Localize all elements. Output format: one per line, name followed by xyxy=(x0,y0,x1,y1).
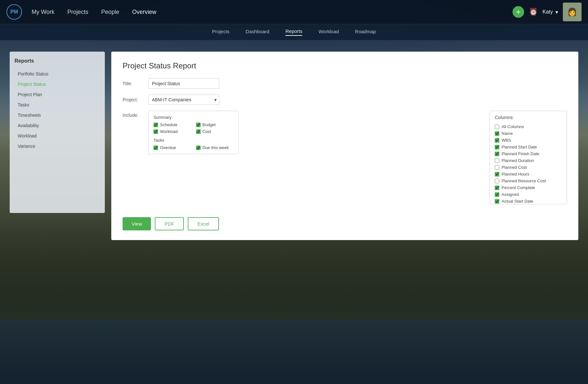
top-navigation: PM My Work Projects People Overview + ⏰ … xyxy=(0,0,588,24)
summary-schedule-checkbox[interactable] xyxy=(154,123,158,127)
col-planned-resource-cost-label: Planned Resource Cost xyxy=(502,178,546,183)
summary-schedule-label: Schedule xyxy=(160,122,177,127)
pm-logo[interactable]: PM xyxy=(6,4,22,20)
nav-people[interactable]: People xyxy=(101,9,119,15)
user-avatar[interactable]: 👩 xyxy=(563,3,582,21)
tasks-checkboxes: Overdue Due this week xyxy=(154,145,234,150)
report-title: Project Status Report xyxy=(123,61,567,70)
sidebar-item-tasks[interactable]: Tasks xyxy=(15,100,100,110)
sidebar-item-timesheets[interactable]: Timesheets xyxy=(15,110,100,120)
title-input[interactable] xyxy=(148,78,219,89)
nav-right: + ⏰ Katy ▾ 👩 xyxy=(513,3,582,21)
tasks-overdue-item[interactable]: Overdue xyxy=(154,145,191,150)
chevron-down-icon: ▾ xyxy=(555,9,558,15)
col-planned-finish-checkbox[interactable] xyxy=(495,152,499,156)
col-percent-complete-checkbox[interactable] xyxy=(495,186,499,190)
tasks-section-title: Tasks xyxy=(154,138,234,143)
summary-cost-label: Cost xyxy=(203,129,211,134)
col-planned-cost-label: Planned Cost xyxy=(502,165,527,170)
col-planned-cost-checkbox[interactable] xyxy=(495,165,499,170)
col-assigned-item[interactable]: Assigned xyxy=(495,191,562,198)
sidebar: Reports Portfolio Status Project Status … xyxy=(10,52,105,213)
col-planned-hours-item[interactable]: Planned Hours xyxy=(495,171,562,177)
col-wbs-item[interactable]: WBS xyxy=(495,137,562,144)
project-select[interactable]: ABM-IT Companies xyxy=(148,95,219,105)
col-actual-start-item[interactable]: Actual Start Date xyxy=(495,198,562,204)
project-row: Project: ABM-IT Companies ▾ xyxy=(123,95,567,105)
col-planned-finish-item[interactable]: Planned Finish Date xyxy=(495,150,562,157)
sidebar-item-project-status[interactable]: Project Status xyxy=(15,79,100,89)
sidebar-item-workload[interactable]: Workload xyxy=(15,131,100,141)
summary-workload-label: Workload xyxy=(160,129,178,134)
col-percent-complete-item[interactable]: Percent Complete xyxy=(495,184,562,191)
tasks-due-this-week-checkbox[interactable] xyxy=(196,146,201,150)
main-nav: My Work Projects People Overview xyxy=(32,9,513,15)
left-form: Include: Summary Schedule Budget xyxy=(123,111,480,162)
tasks-due-this-week-item[interactable]: Due this week xyxy=(196,145,234,150)
title-row: Title: xyxy=(123,78,567,89)
include-box: Summary Schedule Budget xyxy=(148,111,239,154)
project-label: Project: xyxy=(123,97,148,102)
col-planned-resource-cost-item[interactable]: Planned Resource Cost xyxy=(495,177,562,184)
sidebar-item-availability[interactable]: Availability xyxy=(15,120,100,131)
pdf-button[interactable]: PDF xyxy=(155,217,184,230)
summary-checkboxes: Schedule Budget Workload xyxy=(154,122,234,134)
tasks-overdue-checkbox[interactable] xyxy=(154,146,158,150)
subnav-projects[interactable]: Projects xyxy=(212,29,229,35)
all-columns-checkbox[interactable] xyxy=(495,125,499,129)
include-row: Include: Summary Schedule Budget xyxy=(123,111,480,154)
buttons-row: View PDF Excel xyxy=(123,217,567,230)
col-planned-duration-checkbox[interactable] xyxy=(495,158,499,163)
col-assigned-checkbox[interactable] xyxy=(495,192,499,197)
main-panel: Project Status Report Title: Project: AB… xyxy=(111,52,578,240)
col-assigned-label: Assigned xyxy=(502,192,519,197)
col-name-checkbox[interactable] xyxy=(495,131,499,136)
col-actual-start-checkbox[interactable] xyxy=(495,199,499,204)
col-planned-finish-label: Planned Finish Date xyxy=(502,151,539,156)
sidebar-title: Reports xyxy=(15,58,100,64)
summary-budget-item[interactable]: Budget xyxy=(196,122,234,127)
view-button[interactable]: View xyxy=(123,217,151,230)
col-planned-start-item[interactable]: Planned Start Date xyxy=(495,144,562,150)
summary-workload-item[interactable]: Workload xyxy=(154,129,191,134)
excel-button[interactable]: Excel xyxy=(188,217,219,230)
col-planned-duration-item[interactable]: Planned Duration xyxy=(495,157,562,164)
col-planned-cost-item[interactable]: Planned Cost xyxy=(495,164,562,171)
summary-budget-checkbox[interactable] xyxy=(196,123,201,127)
subnav-workload[interactable]: Workload xyxy=(318,29,339,35)
col-planned-resource-cost-checkbox[interactable] xyxy=(495,179,499,183)
col-planned-start-checkbox[interactable] xyxy=(495,145,499,149)
add-button[interactable]: + xyxy=(513,6,524,18)
sidebar-item-variance[interactable]: Variance xyxy=(15,141,100,151)
col-planned-hours-checkbox[interactable] xyxy=(495,172,499,177)
col-wbs-label: WBS xyxy=(502,138,511,143)
subnav-reports[interactable]: Reports xyxy=(285,28,303,36)
sub-navigation: Projects Dashboard Reports Workload Road… xyxy=(0,24,588,40)
columns-panel: Columns: All Columns Name WBS Planned St… xyxy=(490,111,567,204)
col-percent-complete-label: Percent Complete xyxy=(502,185,535,190)
col-planned-hours-label: Planned Hours xyxy=(502,172,529,177)
clock-icon[interactable]: ⏰ xyxy=(529,8,538,16)
col-planned-start-label: Planned Start Date xyxy=(502,145,537,149)
summary-budget-label: Budget xyxy=(203,122,216,127)
sidebar-item-project-plan[interactable]: Project Plan xyxy=(15,89,100,100)
summary-cost-checkbox[interactable] xyxy=(196,129,201,134)
summary-cost-item[interactable]: Cost xyxy=(196,129,234,134)
sidebar-item-portfolio-status[interactable]: Portfolio Status xyxy=(15,69,100,79)
user-menu[interactable]: Katy ▾ xyxy=(543,9,558,15)
summary-schedule-item[interactable]: Schedule xyxy=(154,122,191,127)
col-name-item[interactable]: Name xyxy=(495,130,562,137)
summary-workload-checkbox[interactable] xyxy=(154,129,158,134)
project-select-wrapper: ABM-IT Companies ▾ xyxy=(148,95,219,105)
all-columns-label: All Columns xyxy=(502,124,524,129)
nav-my-work[interactable]: My Work xyxy=(32,9,55,15)
all-columns-item[interactable]: All Columns xyxy=(495,123,562,130)
subnav-dashboard[interactable]: Dashboard xyxy=(246,29,269,35)
nav-overview[interactable]: Overview xyxy=(132,9,156,15)
col-wbs-checkbox[interactable] xyxy=(495,138,499,143)
include-label: Include: xyxy=(123,111,148,118)
user-name: Katy xyxy=(543,9,553,15)
subnav-roadmap[interactable]: Roadmap xyxy=(355,29,376,35)
nav-projects[interactable]: Projects xyxy=(67,9,88,15)
content-area: Reports Portfolio Status Project Status … xyxy=(0,40,588,384)
